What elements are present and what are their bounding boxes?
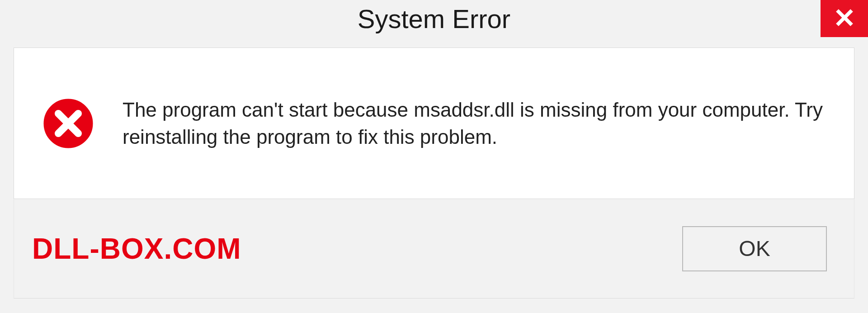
brand-label: DLL-BOX.COM [32,232,241,266]
error-icon [41,96,95,151]
message-panel: The program can't start because msaddsr.… [14,47,854,199]
close-button[interactable] [821,0,868,37]
ok-button[interactable]: OK [682,226,827,271]
ok-button-label: OK [739,236,770,261]
dialog-footer: DLL-BOX.COM OK [14,199,854,299]
close-icon [834,7,855,30]
dialog-title: System Error [358,4,510,34]
error-message: The program can't start because msaddsr.… [123,96,827,150]
